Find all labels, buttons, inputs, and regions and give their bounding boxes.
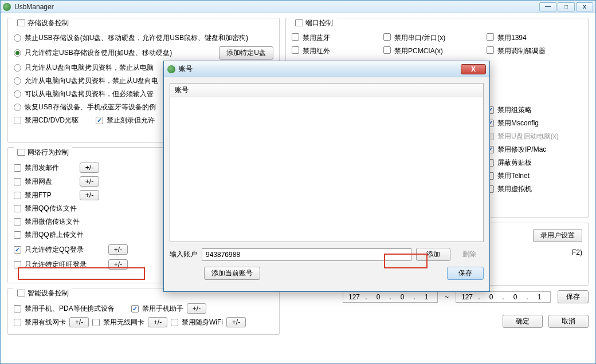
- network-icon: [17, 149, 25, 156]
- add-current-button[interactable]: 添加当前账号: [204, 267, 260, 280]
- add-specific-usb-button[interactable]: 添加特定U盘: [219, 46, 273, 60]
- checkbox-disable-serial[interactable]: [383, 33, 391, 41]
- account-input[interactable]: [202, 248, 411, 261]
- ip-dash: ~: [445, 293, 449, 301]
- maximize-button[interactable]: □: [558, 2, 575, 11]
- checkbox-allow-specific-wangwang[interactable]: [14, 261, 21, 268]
- user-settings-button[interactable]: 录用户设置: [533, 229, 582, 242]
- checkbox-disable-ftp[interactable]: [14, 192, 21, 199]
- checkbox-disable-wired-nic[interactable]: [14, 319, 21, 326]
- titlebar: UsbManager — □ x: [1, 1, 595, 13]
- ip-save-button[interactable]: 保存: [558, 290, 589, 303]
- window-title: UsbManager: [14, 3, 539, 11]
- input-label: 输入账户: [170, 250, 197, 259]
- radio-pc-to-usb-password[interactable]: [14, 90, 21, 98]
- checkbox-disable-cd[interactable]: [14, 117, 21, 124]
- delete-button[interactable]: 删除: [455, 250, 484, 259]
- radio-usb-to-pc-only[interactable]: [14, 64, 21, 72]
- storage-legend: 存储设备控制: [28, 18, 69, 28]
- checkbox-disable-email[interactable]: [14, 164, 21, 172]
- dialog-app-icon: [167, 65, 175, 73]
- device-group: 智能设备控制 禁用手机、PDA等便携式设备 禁用手机助手 +/- 禁用有线网卡 …: [7, 288, 280, 335]
- account-list-header: 账号: [170, 84, 483, 97]
- checkbox-disable-wireless-nic[interactable]: [92, 319, 100, 326]
- dialog-save-button[interactable]: 保存: [447, 267, 484, 280]
- pm-email[interactable]: +/-: [80, 163, 99, 173]
- checkbox-disable-infrared[interactable]: [292, 46, 299, 54]
- pm-qq[interactable]: +/-: [108, 244, 128, 255]
- account-listbox[interactable]: 账号: [170, 83, 484, 242]
- checkbox-disable-qq-file[interactable]: [14, 205, 21, 212]
- dialog-close-button[interactable]: X: [461, 64, 486, 74]
- checkbox-disable-qqgroup-file[interactable]: [14, 231, 21, 239]
- pm-wired[interactable]: +/-: [69, 317, 89, 327]
- ip-from[interactable]: 127. 0. 0. 1: [343, 291, 438, 303]
- pm-wifi[interactable]: +/-: [226, 317, 246, 327]
- storage-icon: [17, 19, 25, 26]
- checkbox-disable-burn[interactable]: [96, 117, 103, 124]
- dialog-titlebar: 账号 X: [164, 61, 489, 77]
- app-icon: [3, 3, 11, 11]
- dialog-title: 账号: [179, 64, 461, 74]
- port-icon: [295, 19, 303, 26]
- pm-netdisk[interactable]: +/-: [80, 176, 99, 187]
- checkbox-allow-specific-qq[interactable]: [14, 246, 21, 254]
- checkbox-disable-bluetooth[interactable]: [292, 33, 299, 41]
- account-dialog: 账号 X 账号 输入账户 添加 删除 添加当前账号 保存: [163, 61, 490, 292]
- network-legend: 网络行为控制: [28, 148, 69, 157]
- checkbox-disable-phone-assistant[interactable]: [131, 305, 139, 312]
- close-button[interactable]: x: [576, 2, 593, 11]
- checkbox-disable-netdisk[interactable]: [14, 178, 21, 185]
- checkbox-disable-modem[interactable]: [487, 46, 494, 54]
- radio-disable-usb[interactable]: [14, 34, 21, 42]
- minimize-button[interactable]: —: [539, 2, 556, 11]
- checkbox-disable-portable-wifi[interactable]: [171, 319, 178, 326]
- port-legend: 端口控制: [305, 18, 333, 28]
- device-legend: 智能设备控制: [28, 288, 69, 298]
- ip-to[interactable]: 127. 0. 0. 1: [456, 291, 551, 303]
- f2-label: F2): [572, 248, 582, 256]
- checkbox-disable-phone-pda[interactable]: [14, 305, 21, 312]
- pm-wangwang[interactable]: +/-: [108, 259, 128, 270]
- radio-restore-usb[interactable]: [14, 104, 21, 111]
- checkbox-disable-pcmcia[interactable]: [383, 46, 391, 54]
- add-button[interactable]: 添加: [416, 248, 450, 261]
- pm-phone[interactable]: +/-: [187, 303, 206, 314]
- device-icon: [17, 290, 25, 296]
- checkbox-disable-wechat-file[interactable]: [14, 218, 21, 225]
- radio-allow-specific-usb[interactable]: [14, 49, 21, 57]
- checkbox-disable-1394[interactable]: [487, 33, 494, 41]
- cancel-button[interactable]: 取消: [548, 315, 589, 328]
- radio-pc-to-usb-only[interactable]: [14, 77, 21, 85]
- pm-ftp[interactable]: +/-: [80, 190, 99, 200]
- pm-wireless[interactable]: +/-: [148, 317, 167, 327]
- ok-button[interactable]: 确定: [503, 315, 543, 328]
